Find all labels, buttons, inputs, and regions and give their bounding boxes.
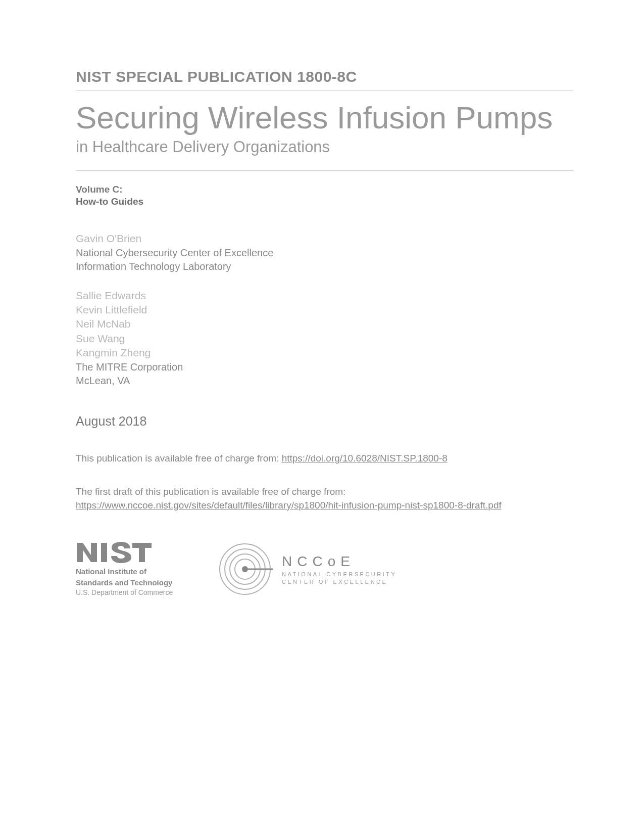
draft-link[interactable]: https://www.nccoe.nist.gov/sites/default… [76,500,502,511]
nist-tagline-2: Standards and Technology [76,578,187,587]
author-name: Neil McNab [76,317,573,331]
draft-prefix: The first draft of this publication is a… [76,486,345,497]
logo-row: National Institute of Standards and Tech… [76,541,573,597]
author-name: Sue Wang [76,332,573,346]
svg-rect-0 [101,543,107,562]
author-group: Sallie Edwards Kevin Littlefield Neil Mc… [76,289,573,388]
volume-label: Volume C: [76,184,573,195]
divider [76,170,573,171]
affiliation-line: The MITRE Corporation [76,360,573,374]
nccoe-tagline-1: NATIONAL CYBERSECURITY [282,571,397,578]
nist-tagline-1: National Institute of [76,567,187,576]
document-title: Securing Wireless Infusion Pumps [76,100,573,135]
author-name: Gavin O'Brien [76,231,573,246]
affiliation-line: McLean, VA [76,374,573,388]
document-page: NIST SPECIAL PUBLICATION 1800-8C Securin… [0,0,644,627]
nist-wordmark-icon [76,542,152,563]
affiliation-line: National Cybersecurity Center of Excelle… [76,246,573,260]
nist-logo: National Institute of Standards and Tech… [76,542,187,596]
author-group: Gavin O'Brien National Cybersecurity Cen… [76,231,573,273]
nccoe-wordmark: NCCoE [282,553,397,570]
document-subtitle: in Healthcare Delivery Organizations [76,138,573,156]
nist-tagline-3: U.S. Department of Commerce [76,588,187,596]
publication-id: NIST SPECIAL PUBLICATION 1800-8C [76,68,573,91]
nccoe-spiral-icon [217,541,273,597]
nccoe-text: NCCoE NATIONAL CYBERSECURITY CENTER OF E… [282,553,397,585]
doi-link[interactable]: https://doi.org/10.6028/NIST.SP.1800-8 [282,453,448,464]
nccoe-logo: NCCoE NATIONAL CYBERSECURITY CENTER OF E… [217,541,397,597]
affiliation-line: Information Technology Laboratory [76,260,573,273]
volume-name: How-to Guides [76,196,573,207]
author-name: Kangmin Zheng [76,346,573,360]
publication-date: August 2018 [76,414,573,429]
availability-statement: This publication is available free of ch… [76,452,573,466]
nccoe-tagline-2: CENTER OF EXCELLENCE [282,579,397,585]
draft-statement: The first draft of this publication is a… [76,485,573,512]
availability-prefix: This publication is available free of ch… [76,453,282,464]
author-name: Sallie Edwards [76,289,573,303]
author-name: Kevin Littlefield [76,303,573,317]
